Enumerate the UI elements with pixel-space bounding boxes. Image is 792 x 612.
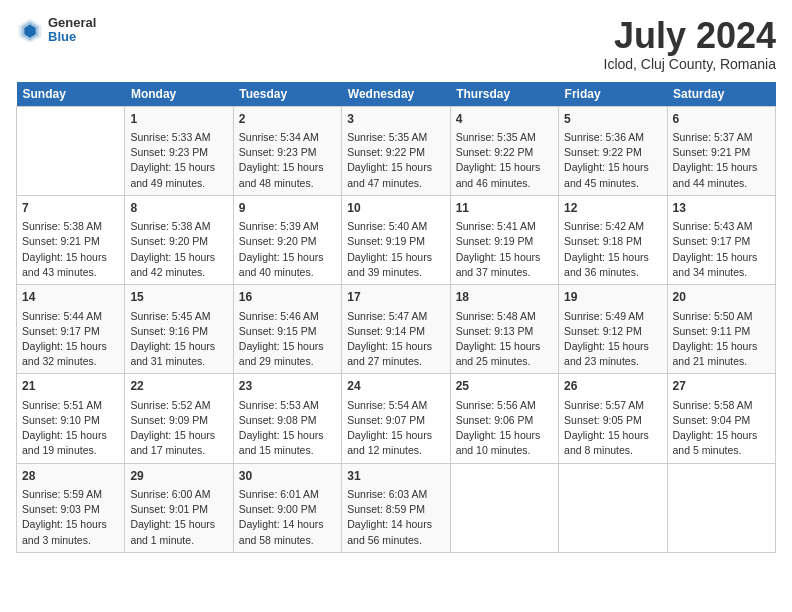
day-number: 8 (130, 200, 227, 217)
calendar-week-row: 7Sunrise: 5:38 AM Sunset: 9:21 PM Daylig… (17, 195, 776, 284)
weekday-header-thursday: Thursday (450, 82, 558, 107)
day-number: 12 (564, 200, 661, 217)
day-number: 7 (22, 200, 119, 217)
calendar-cell: 2Sunrise: 5:34 AM Sunset: 9:23 PM Daylig… (233, 106, 341, 195)
day-number: 29 (130, 468, 227, 485)
day-number: 9 (239, 200, 336, 217)
calendar-cell: 31Sunrise: 6:03 AM Sunset: 8:59 PM Dayli… (342, 463, 450, 552)
day-info: Sunrise: 5:46 AM Sunset: 9:15 PM Dayligh… (239, 309, 336, 370)
calendar-cell: 26Sunrise: 5:57 AM Sunset: 9:05 PM Dayli… (559, 374, 667, 463)
day-info: Sunrise: 5:53 AM Sunset: 9:08 PM Dayligh… (239, 398, 336, 459)
calendar-cell: 5Sunrise: 5:36 AM Sunset: 9:22 PM Daylig… (559, 106, 667, 195)
day-info: Sunrise: 5:52 AM Sunset: 9:09 PM Dayligh… (130, 398, 227, 459)
day-number: 28 (22, 468, 119, 485)
day-info: Sunrise: 5:42 AM Sunset: 9:18 PM Dayligh… (564, 219, 661, 280)
calendar-cell: 23Sunrise: 5:53 AM Sunset: 9:08 PM Dayli… (233, 374, 341, 463)
calendar-cell: 8Sunrise: 5:38 AM Sunset: 9:20 PM Daylig… (125, 195, 233, 284)
page-header: General Blue July 2024 Iclod, Cluj Count… (16, 16, 776, 72)
day-number: 25 (456, 378, 553, 395)
calendar-cell: 24Sunrise: 5:54 AM Sunset: 9:07 PM Dayli… (342, 374, 450, 463)
day-number: 21 (22, 378, 119, 395)
day-info: Sunrise: 5:56 AM Sunset: 9:06 PM Dayligh… (456, 398, 553, 459)
calendar-cell: 12Sunrise: 5:42 AM Sunset: 9:18 PM Dayli… (559, 195, 667, 284)
calendar-cell: 10Sunrise: 5:40 AM Sunset: 9:19 PM Dayli… (342, 195, 450, 284)
day-number: 4 (456, 111, 553, 128)
day-info: Sunrise: 5:36 AM Sunset: 9:22 PM Dayligh… (564, 130, 661, 191)
day-info: Sunrise: 5:45 AM Sunset: 9:16 PM Dayligh… (130, 309, 227, 370)
day-info: Sunrise: 5:33 AM Sunset: 9:23 PM Dayligh… (130, 130, 227, 191)
day-info: Sunrise: 5:39 AM Sunset: 9:20 PM Dayligh… (239, 219, 336, 280)
day-number: 6 (673, 111, 770, 128)
calendar-cell: 9Sunrise: 5:39 AM Sunset: 9:20 PM Daylig… (233, 195, 341, 284)
day-info: Sunrise: 5:48 AM Sunset: 9:13 PM Dayligh… (456, 309, 553, 370)
day-number: 23 (239, 378, 336, 395)
day-info: Sunrise: 5:38 AM Sunset: 9:20 PM Dayligh… (130, 219, 227, 280)
calendar-cell: 6Sunrise: 5:37 AM Sunset: 9:21 PM Daylig… (667, 106, 775, 195)
day-number: 10 (347, 200, 444, 217)
day-number: 15 (130, 289, 227, 306)
day-info: Sunrise: 5:43 AM Sunset: 9:17 PM Dayligh… (673, 219, 770, 280)
logo-text: General Blue (48, 16, 96, 45)
calendar-cell: 1Sunrise: 5:33 AM Sunset: 9:23 PM Daylig… (125, 106, 233, 195)
calendar-cell (559, 463, 667, 552)
logo-blue: Blue (48, 30, 96, 44)
calendar-week-row: 21Sunrise: 5:51 AM Sunset: 9:10 PM Dayli… (17, 374, 776, 463)
calendar-cell: 20Sunrise: 5:50 AM Sunset: 9:11 PM Dayli… (667, 285, 775, 374)
day-info: Sunrise: 6:01 AM Sunset: 9:00 PM Dayligh… (239, 487, 336, 548)
calendar-cell: 15Sunrise: 5:45 AM Sunset: 9:16 PM Dayli… (125, 285, 233, 374)
calendar-table: SundayMondayTuesdayWednesdayThursdayFrid… (16, 82, 776, 553)
day-number: 30 (239, 468, 336, 485)
day-info: Sunrise: 5:40 AM Sunset: 9:19 PM Dayligh… (347, 219, 444, 280)
day-number: 18 (456, 289, 553, 306)
day-number: 1 (130, 111, 227, 128)
title-block: July 2024 Iclod, Cluj County, Romania (604, 16, 776, 72)
day-number: 16 (239, 289, 336, 306)
day-info: Sunrise: 5:34 AM Sunset: 9:23 PM Dayligh… (239, 130, 336, 191)
day-number: 13 (673, 200, 770, 217)
day-number: 19 (564, 289, 661, 306)
calendar-cell: 21Sunrise: 5:51 AM Sunset: 9:10 PM Dayli… (17, 374, 125, 463)
calendar-cell: 3Sunrise: 5:35 AM Sunset: 9:22 PM Daylig… (342, 106, 450, 195)
calendar-cell: 19Sunrise: 5:49 AM Sunset: 9:12 PM Dayli… (559, 285, 667, 374)
day-info: Sunrise: 5:38 AM Sunset: 9:21 PM Dayligh… (22, 219, 119, 280)
day-info: Sunrise: 5:57 AM Sunset: 9:05 PM Dayligh… (564, 398, 661, 459)
day-number: 20 (673, 289, 770, 306)
day-info: Sunrise: 5:49 AM Sunset: 9:12 PM Dayligh… (564, 309, 661, 370)
day-info: Sunrise: 5:47 AM Sunset: 9:14 PM Dayligh… (347, 309, 444, 370)
day-number: 31 (347, 468, 444, 485)
day-info: Sunrise: 5:58 AM Sunset: 9:04 PM Dayligh… (673, 398, 770, 459)
weekday-header-saturday: Saturday (667, 82, 775, 107)
day-number: 3 (347, 111, 444, 128)
day-number: 17 (347, 289, 444, 306)
day-info: Sunrise: 5:44 AM Sunset: 9:17 PM Dayligh… (22, 309, 119, 370)
day-info: Sunrise: 6:00 AM Sunset: 9:01 PM Dayligh… (130, 487, 227, 548)
logo-general: General (48, 16, 96, 30)
day-info: Sunrise: 5:41 AM Sunset: 9:19 PM Dayligh… (456, 219, 553, 280)
day-number: 11 (456, 200, 553, 217)
calendar-cell (667, 463, 775, 552)
location-subtitle: Iclod, Cluj County, Romania (604, 56, 776, 72)
day-info: Sunrise: 5:59 AM Sunset: 9:03 PM Dayligh… (22, 487, 119, 548)
calendar-cell: 30Sunrise: 6:01 AM Sunset: 9:00 PM Dayli… (233, 463, 341, 552)
day-info: Sunrise: 6:03 AM Sunset: 8:59 PM Dayligh… (347, 487, 444, 548)
logo-icon (16, 16, 44, 44)
calendar-week-row: 28Sunrise: 5:59 AM Sunset: 9:03 PM Dayli… (17, 463, 776, 552)
weekday-header-sunday: Sunday (17, 82, 125, 107)
calendar-cell: 4Sunrise: 5:35 AM Sunset: 9:22 PM Daylig… (450, 106, 558, 195)
day-number: 26 (564, 378, 661, 395)
calendar-cell: 28Sunrise: 5:59 AM Sunset: 9:03 PM Dayli… (17, 463, 125, 552)
logo: General Blue (16, 16, 96, 45)
calendar-cell: 16Sunrise: 5:46 AM Sunset: 9:15 PM Dayli… (233, 285, 341, 374)
day-number: 22 (130, 378, 227, 395)
weekday-header-monday: Monday (125, 82, 233, 107)
day-info: Sunrise: 5:37 AM Sunset: 9:21 PM Dayligh… (673, 130, 770, 191)
weekday-header-row: SundayMondayTuesdayWednesdayThursdayFrid… (17, 82, 776, 107)
calendar-cell: 13Sunrise: 5:43 AM Sunset: 9:17 PM Dayli… (667, 195, 775, 284)
day-number: 24 (347, 378, 444, 395)
day-info: Sunrise: 5:35 AM Sunset: 9:22 PM Dayligh… (347, 130, 444, 191)
weekday-header-friday: Friday (559, 82, 667, 107)
calendar-cell: 14Sunrise: 5:44 AM Sunset: 9:17 PM Dayli… (17, 285, 125, 374)
day-number: 27 (673, 378, 770, 395)
calendar-cell: 7Sunrise: 5:38 AM Sunset: 9:21 PM Daylig… (17, 195, 125, 284)
calendar-cell: 18Sunrise: 5:48 AM Sunset: 9:13 PM Dayli… (450, 285, 558, 374)
